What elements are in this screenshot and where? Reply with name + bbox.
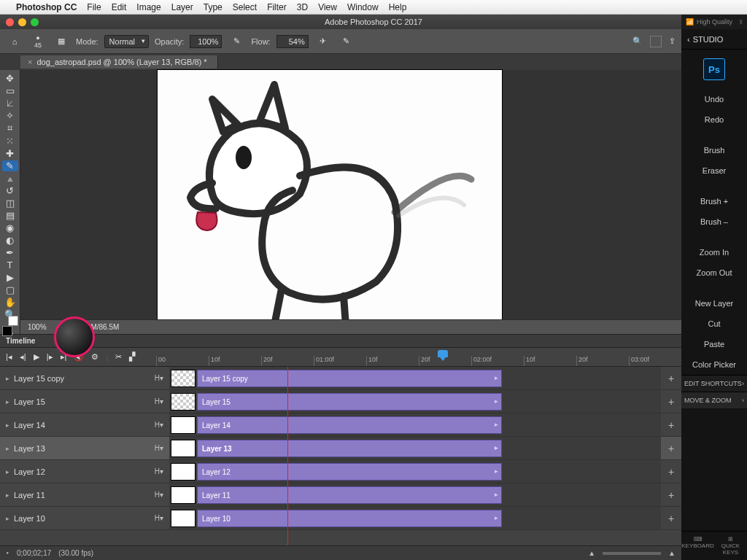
next-frame-icon[interactable]: |▸ (47, 352, 53, 362)
track-options-icon[interactable]: H▾ (155, 397, 163, 405)
astropad-shortcut-new-layer[interactable]: New Layer (681, 293, 747, 314)
astropad-shortcut-paste[interactable]: Paste (681, 334, 747, 354)
lasso-tool-icon[interactable]: ⟀ (2, 98, 18, 109)
add-track-icon[interactable]: + (661, 437, 681, 459)
blend-mode-select[interactable]: Normal (104, 35, 149, 48)
timeline-settings-icon[interactable]: ⚙ (91, 352, 98, 362)
canvas-area[interactable]: 100% Doc: 3.00M/86.5M (20, 70, 681, 334)
current-time[interactable]: 0;00;02;17 (17, 549, 51, 557)
menu-layer[interactable]: Layer (171, 2, 193, 12)
home-icon[interactable]: ⌂ (6, 33, 23, 50)
astropad-back-button[interactable]: STUDIO (681, 29, 747, 50)
clone-tool-icon[interactable]: ⟁ (2, 173, 18, 184)
track-options-icon[interactable]: H▾ (155, 421, 163, 429)
menu-filter[interactable]: Filter (267, 2, 287, 12)
close-tab-icon[interactable]: × (28, 58, 32, 66)
share-icon[interactable]: ⇪ (669, 36, 676, 46)
timeline-layer-row[interactable]: ▸Layer 10H▾Layer 10+ (0, 507, 681, 530)
shape-tool-icon[interactable]: ▢ (2, 284, 18, 295)
astropad-menu-icon[interactable]: ⦀ (740, 18, 743, 26)
edit-shortcuts-button[interactable]: EDIT SHORTCUTS (681, 375, 747, 392)
pen-tool-icon[interactable]: ✒ (2, 247, 18, 258)
gradient-tool-icon[interactable]: ▤ (2, 210, 18, 221)
move-zoom-button[interactable]: MOVE & ZOOM (681, 392, 747, 408)
marquee-tool-icon[interactable]: ▭ (2, 85, 18, 96)
crop-tool-icon[interactable]: ⌗ (2, 122, 18, 134)
history-brush-tool-icon[interactable]: ↺ (2, 185, 18, 196)
timeline-ruler[interactable]: 0010f20f01:00f10f20f02:00f10f20f03:00f (155, 348, 681, 366)
timeline-layer-row[interactable]: ▸Layer 13H▾Layer 13+ (0, 437, 681, 460)
video-clip[interactable]: Layer 15 copy (197, 370, 502, 387)
astropad-shortcut-zoom-in[interactable]: Zoom In (681, 242, 747, 262)
type-tool-icon[interactable]: T (2, 260, 18, 271)
track-options-icon[interactable]: H▾ (155, 514, 163, 522)
video-clip[interactable]: Layer 13 (197, 440, 502, 457)
minimize-window-icon[interactable] (18, 18, 26, 26)
move-tool-icon[interactable]: ✥ (2, 73, 18, 84)
transition-icon[interactable]: ▞ (129, 352, 135, 362)
video-clip[interactable]: Layer 15 (197, 393, 502, 411)
menu-3d[interactable]: 3D (297, 2, 308, 12)
zoom-in-timeline-icon[interactable]: ▲ (668, 549, 676, 557)
track-options-icon[interactable]: H▾ (155, 444, 163, 452)
astropad-shortcut-brush[interactable]: Brush (681, 140, 747, 160)
twirl-icon[interactable]: ▸ (6, 445, 9, 452)
brush-tool-preview-icon[interactable]: ●45 (29, 33, 47, 50)
twirl-icon[interactable]: ▸ (6, 421, 9, 429)
astropad-shortcut-color-picker[interactable]: Color Picker (681, 354, 747, 375)
astropad-shortcut-eraser[interactable]: Eraser (681, 160, 747, 181)
twirl-icon[interactable]: ▸ (6, 375, 9, 382)
workspace-switch-icon[interactable] (650, 36, 662, 47)
add-track-icon[interactable]: + (661, 367, 681, 389)
fps-display[interactable]: (30.00 fps) (58, 549, 93, 557)
add-track-icon[interactable]: + (661, 460, 681, 483)
goto-first-frame-icon[interactable]: |◂ (6, 352, 12, 362)
add-track-icon[interactable]: + (661, 390, 681, 413)
menu-view[interactable]: View (318, 2, 337, 12)
zoom-window-icon[interactable] (31, 18, 39, 26)
timeline-layer-row[interactable]: ▸Layer 11H▾Layer 11+ (0, 483, 681, 507)
timeline-zoom-slider[interactable] (603, 552, 661, 555)
timeline-layer-row[interactable]: ▸Layer 12H▾Layer 12+ (0, 460, 681, 483)
track-options-icon[interactable]: H▾ (155, 467, 163, 475)
video-clip[interactable]: Layer 10 (197, 510, 502, 527)
opacity-input[interactable]: 100% (190, 35, 222, 48)
hand-tool-icon[interactable]: ✋ (2, 297, 18, 308)
magic-wand-tool-icon[interactable]: ✧ (2, 110, 18, 121)
app-name[interactable]: Photoshop CC (16, 2, 77, 12)
playhead-icon[interactable] (438, 350, 448, 360)
astropad-shortcut-brush-[interactable]: Brush – (681, 211, 747, 232)
flow-input[interactable]: 54% (276, 35, 309, 48)
add-track-icon[interactable]: + (661, 413, 681, 436)
keyboard-footer-button[interactable]: ⌨KEYBOARD (681, 532, 714, 560)
video-clip[interactable]: Layer 14 (197, 416, 502, 434)
twirl-icon[interactable]: ▸ (6, 515, 9, 522)
quick-keys-footer-button[interactable]: ⊞QUICK KEYS (714, 532, 747, 560)
timeline-layer-row[interactable]: ▸Layer 15H▾Layer 15+ (0, 390, 681, 413)
astropad-shortcut-brush-[interactable]: Brush + (681, 191, 747, 211)
twirl-icon[interactable]: ▸ (6, 468, 9, 475)
menu-edit[interactable]: Edit (112, 2, 127, 12)
add-track-icon[interactable]: + (661, 507, 681, 529)
dodge-tool-icon[interactable]: ◐ (2, 235, 18, 246)
timeline-layer-row[interactable]: ▸Layer 15 copyH▾Layer 15 copy+ (0, 367, 681, 390)
menu-help[interactable]: Help (389, 2, 407, 12)
prev-frame-icon[interactable]: ◂| (20, 352, 26, 362)
airbrush-icon[interactable]: ✈ (314, 33, 332, 50)
document-canvas[interactable] (158, 70, 502, 331)
brush-panel-toggle-icon[interactable]: ▦ (53, 33, 70, 50)
astropad-shortcut-undo[interactable]: Undo (681, 89, 747, 109)
add-track-icon[interactable]: + (661, 483, 681, 506)
blur-tool-icon[interactable]: ◉ (2, 222, 18, 233)
track-options-icon[interactable]: H▾ (155, 491, 163, 499)
astropad-shortcut-redo[interactable]: Redo (681, 109, 747, 130)
twirl-icon[interactable]: ▸ (6, 398, 9, 405)
close-window-icon[interactable] (6, 18, 14, 26)
split-clip-icon[interactable]: ✂ (115, 352, 122, 362)
eraser-tool-icon[interactable]: ◫ (2, 198, 18, 209)
menu-type[interactable]: Type (204, 2, 222, 12)
document-tab[interactable]: × dog_astropad.psd @ 100% (Layer 13, RGB… (20, 55, 218, 69)
eyedropper-tool-icon[interactable]: ⁙ (2, 136, 18, 147)
search-icon[interactable]: 🔍 (632, 36, 643, 46)
astropad-shortcut-zoom-out[interactable]: Zoom Out (681, 262, 747, 283)
